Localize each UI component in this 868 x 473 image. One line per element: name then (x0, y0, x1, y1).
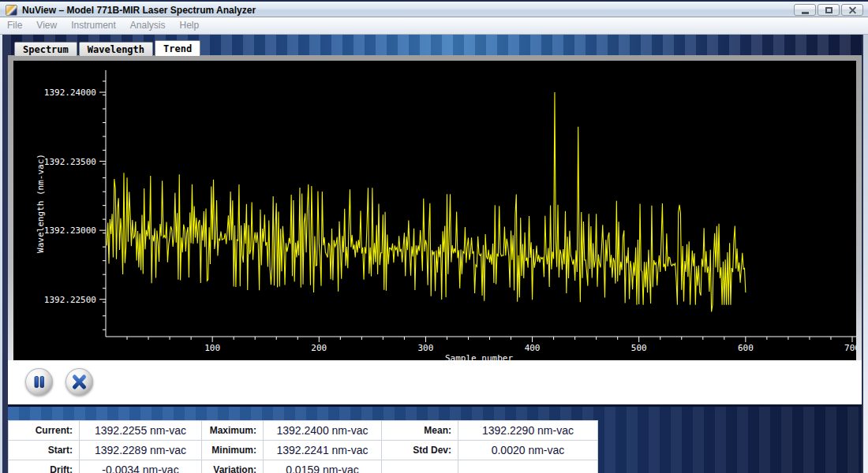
menu-analysis[interactable]: Analysis (123, 17, 173, 34)
y-tick-label: 1392.24000 (44, 88, 96, 98)
y-tick-label: 1392.23000 (44, 225, 96, 236)
x-tick-label: 600 (738, 343, 754, 353)
x-tick-label: 100 (204, 343, 220, 353)
y-tick-label: 1392.22500 (44, 295, 96, 305)
stat-value: 1392.2289 nm-vac (80, 441, 202, 460)
menu-view[interactable]: View (29, 17, 64, 34)
minimize-button[interactable] (794, 4, 816, 16)
trend-trace (107, 92, 746, 311)
menu-bar: FileViewInstrumentAnalysisHelp (0, 17, 868, 35)
tab-trend[interactable]: Trend (155, 40, 200, 56)
minimize-icon (802, 12, 809, 14)
stat-label: Current: (9, 421, 80, 441)
stat-value: 1392.2290 nm-vac (458, 421, 598, 441)
window-edge-right (863, 35, 868, 473)
trend-chart-svg: 1392.225001392.230001392.235001392.24000… (13, 61, 856, 360)
stat-value (458, 460, 598, 473)
stop-button[interactable] (65, 368, 93, 396)
stat-value: 1392.2255 nm-vac (80, 421, 202, 441)
stat-value: 0.0020 nm-vac (458, 441, 598, 460)
pause-button[interactable] (25, 368, 53, 396)
stats-row: Drift:-0.0034 nm-vacVariation:0.0159 nm-… (9, 460, 598, 473)
client-overlay: SpectrumWavelengthTrend 1392.225001392.2… (0, 35, 868, 473)
pause-icon (25, 368, 53, 396)
chart-panel: 1392.225001392.230001392.235001392.24000… (8, 55, 862, 360)
window-edge-left (0, 35, 2, 473)
y-tick-label: 1392.23500 (44, 157, 96, 167)
tab-wavelength[interactable]: Wavelength (79, 42, 153, 56)
stats-row: Current:1392.2255 nm-vacMaximum:1392.240… (9, 421, 598, 441)
stat-label (382, 460, 458, 473)
stat-label: Variation: (202, 460, 264, 473)
x-tick-label: 200 (311, 343, 327, 353)
y-axis-title: Wavelength (nm-vac) (36, 154, 46, 253)
app-window: NuView – Model 771B-MIR Laser Spectrum A… (0, 0, 868, 473)
maximize-icon (825, 7, 832, 13)
stat-value: 0.0159 nm-vac (264, 460, 382, 473)
bottom-band: Current:1392.2255 nm-vacMaximum:1392.240… (8, 404, 862, 473)
menu-help[interactable]: Help (173, 17, 207, 34)
stat-label: Mean: (382, 421, 458, 441)
trend-plot-area: 1392.225001392.230001392.235001392.24000… (13, 61, 856, 360)
stat-value: 1392.2241 nm-vac (264, 441, 382, 460)
window-controls (794, 4, 863, 16)
title-bar: NuView – Model 771B-MIR Laser Spectrum A… (0, 0, 868, 17)
tab-spectrum[interactable]: Spectrum (14, 42, 77, 56)
window-title: NuView – Model 771B-MIR Laser Spectrum A… (22, 5, 256, 16)
stat-label: Minimum: (202, 441, 264, 460)
x-icon (65, 368, 93, 396)
stat-label: Std Dev: (382, 441, 458, 460)
x-tick-label: 300 (417, 343, 433, 353)
stat-value: -0.0034 nm-vac (80, 460, 202, 473)
maximize-button[interactable] (817, 4, 840, 16)
x-axis-title: Sample number (445, 353, 513, 360)
app-icon (6, 5, 17, 16)
stats-row: Start:1392.2289 nm-vacMinimum:1392.2241 … (9, 441, 598, 460)
stat-label: Maximum: (202, 421, 264, 441)
x-tick-label: 400 (525, 343, 541, 353)
menu-file[interactable]: File (0, 17, 29, 34)
stat-label: Start: (9, 441, 80, 460)
menu-instrument[interactable]: Instrument (64, 17, 123, 34)
tab-row: SpectrumWavelengthTrend (14, 40, 202, 56)
stat-label: Drift: (9, 460, 80, 473)
x-tick-label: 700 (844, 343, 856, 353)
stats-table: Current:1392.2255 nm-vacMaximum:1392.240… (8, 420, 598, 473)
x-tick-label: 500 (631, 343, 647, 353)
stat-value: 1392.2400 nm-vac (264, 421, 382, 441)
control-strip (8, 360, 862, 404)
close-button[interactable] (841, 4, 863, 16)
